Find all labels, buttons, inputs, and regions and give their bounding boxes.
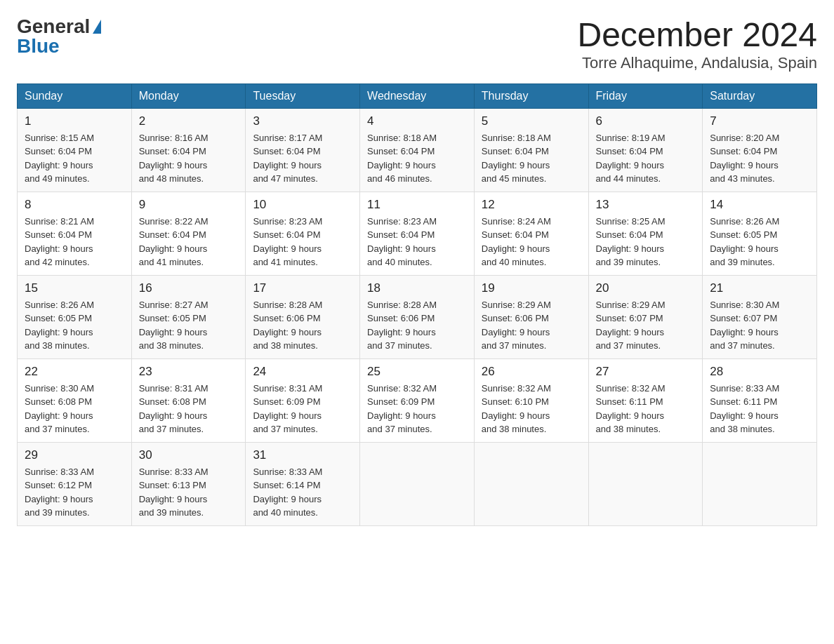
calendar-cell: 5 Sunrise: 8:18 AM Sunset: 6:04 PM Dayli… (474, 108, 588, 192)
day-info: Sunrise: 8:32 AM Sunset: 6:10 PM Dayligh… (482, 382, 581, 436)
calendar-cell: 14 Sunrise: 8:26 AM Sunset: 6:05 PM Dayl… (703, 192, 817, 275)
logo-triangle-icon (93, 20, 101, 34)
day-info: Sunrise: 8:28 AM Sunset: 6:06 PM Dayligh… (367, 298, 467, 353)
day-info: Sunrise: 8:26 AM Sunset: 6:05 PM Dayligh… (25, 298, 124, 353)
calendar-table: SundayMondayTuesdayWednesdayThursdayFrid… (17, 83, 817, 526)
day-number: 3 (253, 114, 352, 128)
calendar-cell: 22 Sunrise: 8:30 AM Sunset: 6:08 PM Dayl… (18, 358, 132, 442)
calendar-cell: 8 Sunrise: 8:21 AM Sunset: 6:04 PM Dayli… (18, 192, 132, 275)
day-info: Sunrise: 8:30 AM Sunset: 6:08 PM Dayligh… (25, 382, 124, 436)
calendar-cell: 12 Sunrise: 8:24 AM Sunset: 6:04 PM Dayl… (474, 192, 588, 275)
calendar-cell: 2 Sunrise: 8:16 AM Sunset: 6:04 PM Dayli… (131, 108, 246, 192)
day-number: 14 (710, 198, 809, 212)
day-info: Sunrise: 8:29 AM Sunset: 6:06 PM Dayligh… (482, 298, 581, 353)
calendar-cell (703, 442, 817, 525)
day-number: 24 (253, 365, 352, 379)
month-title: December 2024 (577, 17, 817, 54)
day-info: Sunrise: 8:33 AM Sunset: 6:14 PM Dayligh… (253, 465, 352, 520)
logo-blue-text: Blue (17, 36, 60, 56)
day-number: 13 (596, 198, 696, 212)
day-number: 31 (253, 448, 352, 462)
header-monday: Monday (131, 83, 246, 108)
calendar-header-row: SundayMondayTuesdayWednesdayThursdayFrid… (18, 83, 817, 108)
day-info: Sunrise: 8:16 AM Sunset: 6:04 PM Dayligh… (139, 131, 239, 186)
header-friday: Friday (588, 83, 703, 108)
header-sunday: Sunday (18, 83, 132, 108)
calendar-cell: 29 Sunrise: 8:33 AM Sunset: 6:12 PM Dayl… (18, 442, 132, 525)
day-info: Sunrise: 8:30 AM Sunset: 6:07 PM Dayligh… (710, 298, 809, 353)
day-info: Sunrise: 8:33 AM Sunset: 6:12 PM Dayligh… (25, 465, 124, 520)
header-thursday: Thursday (474, 83, 588, 108)
calendar-week-row: 29 Sunrise: 8:33 AM Sunset: 6:12 PM Dayl… (18, 442, 817, 525)
day-info: Sunrise: 8:32 AM Sunset: 6:11 PM Dayligh… (596, 382, 696, 436)
calendar-cell: 28 Sunrise: 8:33 AM Sunset: 6:11 PM Dayl… (703, 358, 817, 442)
calendar-cell: 9 Sunrise: 8:22 AM Sunset: 6:04 PM Dayli… (131, 192, 246, 275)
day-number: 18 (367, 281, 467, 295)
day-info: Sunrise: 8:21 AM Sunset: 6:04 PM Dayligh… (25, 215, 124, 269)
calendar-cell (588, 442, 703, 525)
day-info: Sunrise: 8:24 AM Sunset: 6:04 PM Dayligh… (482, 215, 581, 269)
calendar-cell: 23 Sunrise: 8:31 AM Sunset: 6:08 PM Dayl… (131, 358, 246, 442)
day-number: 25 (367, 365, 467, 379)
day-info: Sunrise: 8:15 AM Sunset: 6:04 PM Dayligh… (25, 131, 124, 186)
day-number: 10 (253, 198, 352, 212)
calendar-week-row: 8 Sunrise: 8:21 AM Sunset: 6:04 PM Dayli… (18, 192, 817, 275)
day-info: Sunrise: 8:18 AM Sunset: 6:04 PM Dayligh… (482, 131, 581, 186)
calendar-cell: 15 Sunrise: 8:26 AM Sunset: 6:05 PM Dayl… (18, 275, 132, 358)
day-info: Sunrise: 8:29 AM Sunset: 6:07 PM Dayligh… (596, 298, 696, 353)
day-info: Sunrise: 8:23 AM Sunset: 6:04 PM Dayligh… (253, 215, 352, 269)
day-number: 29 (25, 448, 124, 462)
day-number: 4 (367, 114, 467, 128)
calendar-cell: 17 Sunrise: 8:28 AM Sunset: 6:06 PM Dayl… (246, 275, 360, 358)
day-info: Sunrise: 8:33 AM Sunset: 6:13 PM Dayligh… (139, 465, 239, 520)
day-number: 27 (596, 365, 696, 379)
day-number: 6 (596, 114, 696, 128)
calendar-cell: 10 Sunrise: 8:23 AM Sunset: 6:04 PM Dayl… (246, 192, 360, 275)
calendar-cell: 24 Sunrise: 8:31 AM Sunset: 6:09 PM Dayl… (246, 358, 360, 442)
day-info: Sunrise: 8:22 AM Sunset: 6:04 PM Dayligh… (139, 215, 239, 269)
calendar-cell: 30 Sunrise: 8:33 AM Sunset: 6:13 PM Dayl… (131, 442, 246, 525)
calendar-cell: 4 Sunrise: 8:18 AM Sunset: 6:04 PM Dayli… (360, 108, 475, 192)
calendar-cell (474, 442, 588, 525)
calendar-cell: 21 Sunrise: 8:30 AM Sunset: 6:07 PM Dayl… (703, 275, 817, 358)
day-number: 5 (482, 114, 581, 128)
calendar-cell: 31 Sunrise: 8:33 AM Sunset: 6:14 PM Dayl… (246, 442, 360, 525)
calendar-cell: 20 Sunrise: 8:29 AM Sunset: 6:07 PM Dayl… (588, 275, 703, 358)
day-number: 1 (25, 114, 124, 128)
day-number: 12 (482, 198, 581, 212)
day-number: 11 (367, 198, 467, 212)
day-info: Sunrise: 8:31 AM Sunset: 6:09 PM Dayligh… (253, 382, 352, 436)
title-section: December 2024 Torre Alhaquime, Andalusia… (577, 17, 817, 72)
day-number: 19 (482, 281, 581, 295)
day-info: Sunrise: 8:18 AM Sunset: 6:04 PM Dayligh… (367, 131, 467, 186)
calendar-cell: 1 Sunrise: 8:15 AM Sunset: 6:04 PM Dayli… (18, 108, 132, 192)
calendar-cell (360, 442, 475, 525)
day-number: 8 (25, 198, 124, 212)
day-info: Sunrise: 8:19 AM Sunset: 6:04 PM Dayligh… (596, 131, 696, 186)
calendar-cell: 18 Sunrise: 8:28 AM Sunset: 6:06 PM Dayl… (360, 275, 475, 358)
header-saturday: Saturday (703, 83, 817, 108)
header-tuesday: Tuesday (246, 83, 360, 108)
calendar-cell: 6 Sunrise: 8:19 AM Sunset: 6:04 PM Dayli… (588, 108, 703, 192)
calendar-cell: 27 Sunrise: 8:32 AM Sunset: 6:11 PM Dayl… (588, 358, 703, 442)
page-header: General Blue December 2024 Torre Alhaqui… (17, 17, 817, 72)
calendar-week-row: 15 Sunrise: 8:26 AM Sunset: 6:05 PM Dayl… (18, 275, 817, 358)
day-number: 20 (596, 281, 696, 295)
calendar-week-row: 22 Sunrise: 8:30 AM Sunset: 6:08 PM Dayl… (18, 358, 817, 442)
location-title: Torre Alhaquime, Andalusia, Spain (577, 54, 817, 72)
day-info: Sunrise: 8:23 AM Sunset: 6:04 PM Dayligh… (367, 215, 467, 269)
day-number: 26 (482, 365, 581, 379)
calendar-cell: 26 Sunrise: 8:32 AM Sunset: 6:10 PM Dayl… (474, 358, 588, 442)
calendar-cell: 16 Sunrise: 8:27 AM Sunset: 6:05 PM Dayl… (131, 275, 246, 358)
calendar-cell: 3 Sunrise: 8:17 AM Sunset: 6:04 PM Dayli… (246, 108, 360, 192)
day-number: 22 (25, 365, 124, 379)
day-number: 2 (139, 114, 239, 128)
day-info: Sunrise: 8:20 AM Sunset: 6:04 PM Dayligh… (710, 131, 809, 186)
calendar-cell: 7 Sunrise: 8:20 AM Sunset: 6:04 PM Dayli… (703, 108, 817, 192)
header-wednesday: Wednesday (360, 83, 475, 108)
day-info: Sunrise: 8:28 AM Sunset: 6:06 PM Dayligh… (253, 298, 352, 353)
calendar-cell: 25 Sunrise: 8:32 AM Sunset: 6:09 PM Dayl… (360, 358, 475, 442)
day-number: 21 (710, 281, 809, 295)
day-info: Sunrise: 8:33 AM Sunset: 6:11 PM Dayligh… (710, 382, 809, 436)
calendar-cell: 11 Sunrise: 8:23 AM Sunset: 6:04 PM Dayl… (360, 192, 475, 275)
